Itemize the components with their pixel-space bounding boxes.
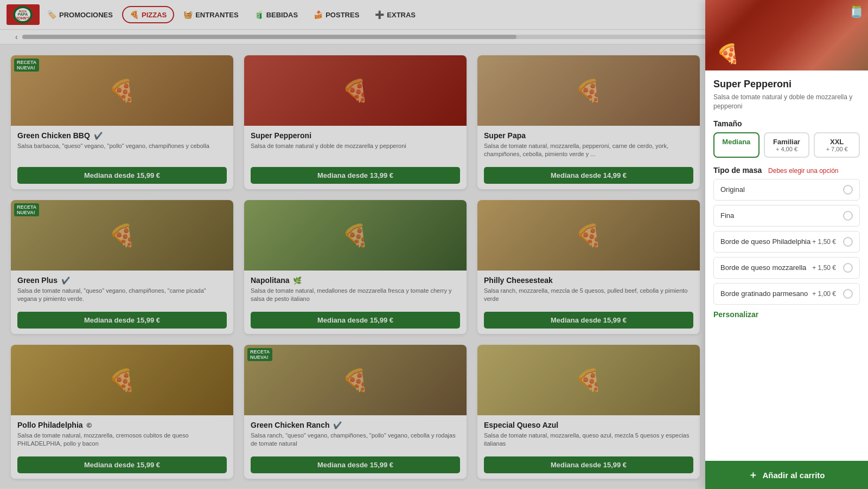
pizza-card-body-green-chicken-ranch: Green Chicken Ranch ✔️ Salsa ranch, "que… bbox=[244, 415, 467, 479]
pizza-card-body-green-plus: Green Plus ✔️ Salsa de tomate natural, "… bbox=[11, 271, 233, 334]
pizza-card-green-chicken-bbq[interactable]: RECETANUEVA! 🍕 Green Chicken BBQ ✔️ Sals… bbox=[11, 55, 233, 189]
masa-required-label: Debes elegir una opción bbox=[768, 167, 838, 175]
masa-label-borde-parmesano: Borde gratinado parmesano bbox=[720, 289, 808, 298]
pizza-price-btn-pollo-philadelphia[interactable]: Mediana desde 15,99 € bbox=[17, 456, 227, 473]
pizza-name-especial-queso-azul: Especial Queso Azul bbox=[484, 421, 693, 429]
size-btn-mediana[interactable]: Mediana bbox=[713, 132, 760, 158]
size-btn-xxl[interactable]: XXL + 7,00 € bbox=[814, 132, 860, 158]
nav-item-bebidas[interactable]: 🧃BEBIDAS bbox=[248, 7, 305, 22]
size-section-title: Tamaño bbox=[713, 119, 860, 128]
pizza-card-philly-cheesesteak[interactable]: 🍕 Philly Cheesesteak Salsa ranch, mozzar… bbox=[477, 200, 700, 334]
nav-item-extras[interactable]: ➕EXTRAS bbox=[368, 7, 422, 22]
pizza-icon-napolitana: 🌿 bbox=[293, 276, 302, 285]
nav-label-promociones: PROMOCIONES bbox=[59, 11, 113, 19]
masa-option-borde-philadelphia[interactable]: Borde de queso Philadelphia + 1,50 € bbox=[713, 231, 860, 253]
pizza-card-napolitana[interactable]: 🍕 Napolitana 🌿 Salsa de tomate natural, … bbox=[244, 200, 467, 334]
nav-item-pizzas[interactable]: 🍕PIZZAS bbox=[122, 6, 174, 23]
receta-badge-green-chicken-ranch: RECETANUEVA! bbox=[247, 348, 272, 361]
pizza-icon-green-chicken-bbq: ✔️ bbox=[94, 132, 103, 140]
size-btn-familiar[interactable]: Familiar + 4,00 € bbox=[764, 132, 810, 158]
pizza-price-btn-green-chicken-ranch[interactable]: Mediana desde 15,99 € bbox=[251, 456, 460, 473]
masa-price-borde-parmesano: + 1,00 € bbox=[812, 290, 836, 298]
pizza-desc-philly-cheesesteak: Salsa ranch, mozzarella, mezcla de 5 que… bbox=[484, 287, 693, 306]
pizza-price-btn-philly-cheesesteak[interactable]: Mediana desde 15,99 € bbox=[484, 312, 693, 329]
nav-label-pizzas: PIZZAS bbox=[142, 11, 167, 19]
pizza-icon-green-plus: ✔️ bbox=[61, 276, 70, 285]
pizza-desc-green-chicken-bbq: Salsa barbacoa, "queso" vegano, "pollo" … bbox=[17, 142, 227, 162]
nav-icon-postres: 🍰 bbox=[314, 10, 323, 19]
pizza-desc-napolitana: Salsa de tomate natural, medallones de m… bbox=[251, 287, 460, 306]
pizza-price-btn-super-papa[interactable]: Mediana desde 14,99 € bbox=[484, 167, 693, 184]
pizza-desc-green-chicken-ranch: Salsa ranch, "queso" vegano, champiñones… bbox=[251, 432, 460, 451]
masa-option-borde-parmesano[interactable]: Borde gratinado parmesano + 1,00 € bbox=[713, 283, 860, 305]
pizza-card-especial-queso-azul[interactable]: 🍕 Especial Queso Azul Salsa de tomate na… bbox=[477, 345, 700, 479]
pizza-image-green-chicken-bbq: RECETANUEVA! 🍕 bbox=[11, 55, 233, 126]
pizza-price-btn-green-plus[interactable]: Mediana desde 15,99 € bbox=[17, 312, 227, 329]
pizza-price-btn-napolitana[interactable]: Mediana desde 15,99 € bbox=[251, 312, 460, 329]
pizza-name-green-chicken-bbq: Green Chicken BBQ ✔️ bbox=[17, 131, 227, 140]
pizza-card-body-pollo-philadelphia: Pollo Philadelphia © Salsa de tomate nat… bbox=[11, 415, 233, 479]
pizza-card-body-especial-queso-azul: Especial Queso Azul Salsa de tomate natu… bbox=[477, 415, 700, 479]
pizza-name-philly-cheesesteak: Philly Cheesesteak bbox=[484, 276, 693, 285]
masa-price-borde-mozzarella: + 1,50 € bbox=[812, 264, 836, 272]
pizza-price-btn-green-chicken-bbq[interactable]: Mediana desde 15,99 € bbox=[17, 167, 227, 184]
pizza-image-especial-queso-azul: 🍕 bbox=[477, 345, 700, 415]
product-desc: Salsa de tomate natural y doble de mozza… bbox=[713, 93, 860, 111]
pizza-card-pollo-philadelphia[interactable]: 🍕 Pollo Philadelphia © Salsa de tomate n… bbox=[11, 345, 233, 479]
masa-options: Original Fina Borde de queso Philadelphi… bbox=[713, 179, 860, 305]
pizza-card-green-chicken-ranch[interactable]: RECETANUEVA! 🍕 Green Chicken Ranch ✔️ Sa… bbox=[244, 345, 467, 479]
size-name-xxl: XXL bbox=[817, 138, 857, 146]
product-panel: 🫙 🍕 Super Pepperoni Salsa de tomate natu… bbox=[705, 0, 868, 488]
pizza-desc-pollo-philadelphia: Salsa de tomate natural, mozzarella, cre… bbox=[17, 432, 227, 451]
pizza-image-green-chicken-ranch: RECETANUEVA! 🍕 bbox=[244, 345, 467, 415]
main-nav: 🏷️PROMOCIONES🍕PIZZAS🧺ENTRANTES🧃BEBIDAS🍰P… bbox=[41, 6, 714, 23]
pizza-emoji-green-chicken-bbq: 🍕 bbox=[108, 78, 136, 104]
pizza-name-green-plus: Green Plus ✔️ bbox=[17, 276, 227, 285]
masa-radio-borde-parmesano[interactable] bbox=[843, 289, 853, 299]
pizza-image-napolitana: 🍕 bbox=[244, 200, 467, 271]
pizza-price-btn-especial-queso-azul[interactable]: Mediana desde 15,99 € bbox=[484, 456, 693, 473]
nav-item-promociones[interactable]: 🏷️PROMOCIONES bbox=[41, 7, 119, 22]
scroll-left-arrow[interactable]: ‹ bbox=[11, 33, 22, 41]
pizza-image-pollo-philadelphia: 🍕 bbox=[11, 345, 233, 415]
pizza-section: RECETANUEVA! 🍕 Green Chicken BBQ ✔️ Sals… bbox=[0, 44, 711, 488]
add-to-cart-button[interactable]: ＋ Añadir al carrito bbox=[705, 461, 868, 488]
masa-radio-borde-philadelphia[interactable] bbox=[843, 237, 853, 247]
masa-radio-fina[interactable] bbox=[843, 211, 853, 221]
pizza-card-super-papa[interactable]: 🍕 Super Papa Salsa de tomate natural, mo… bbox=[477, 55, 700, 189]
pizza-card-body-philly-cheesesteak: Philly Cheesesteak Salsa ranch, mozzarel… bbox=[477, 271, 700, 334]
personalizar-link[interactable]: Personalizar bbox=[713, 310, 860, 319]
pizza-icon-green-chicken-ranch: ✔️ bbox=[333, 421, 342, 429]
masa-radio-original[interactable] bbox=[843, 185, 853, 195]
masa-option-borde-mozzarella[interactable]: Borde de queso mozzarella + 1,50 € bbox=[713, 257, 860, 279]
masa-radio-borde-mozzarella[interactable] bbox=[843, 263, 853, 273]
size-name-familiar: Familiar bbox=[767, 138, 807, 146]
masa-option-original[interactable]: Original bbox=[713, 179, 860, 201]
pizza-image-super-papa: 🍕 bbox=[477, 55, 700, 126]
nav-label-bebidas: BEBIDAS bbox=[266, 11, 298, 19]
pizza-image-green-plus: RECETANUEVA! 🍕 bbox=[11, 200, 233, 271]
pizza-card-green-plus[interactable]: RECETANUEVA! 🍕 Green Plus ✔️ Salsa de to… bbox=[11, 200, 233, 334]
nav-item-entrantes[interactable]: 🧺ENTRANTES bbox=[177, 7, 245, 22]
masa-label-borde-philadelphia: Borde de queso Philadelphia bbox=[720, 237, 810, 246]
pizza-image-super-pepperoni: 🍕 bbox=[244, 55, 467, 126]
pizza-price-btn-super-pepperoni[interactable]: Mediana desde 13,99 € bbox=[251, 167, 460, 184]
scroll-thumb bbox=[22, 35, 516, 39]
pizza-card-body-super-papa: Super Papa Salsa de tomate natural, mozz… bbox=[477, 126, 700, 189]
nav-label-entrantes: ENTRANTES bbox=[195, 11, 238, 19]
nav-label-postres: POSTRES bbox=[326, 11, 359, 19]
pizza-emoji-napolitana: 🍕 bbox=[342, 223, 369, 248]
masa-option-fina[interactable]: Fina bbox=[713, 205, 860, 227]
nav-item-postres[interactable]: 🍰POSTRES bbox=[307, 7, 366, 22]
pizza-name-super-pepperoni: Super Pepperoni bbox=[251, 131, 460, 140]
masa-section-title: Tipo de masa Debes elegir una opción bbox=[713, 166, 860, 175]
product-hero: 🫙 🍕 bbox=[705, 0, 868, 70]
pizza-emoji-pollo-philadelphia: 🍕 bbox=[108, 368, 136, 393]
pizza-grid: RECETANUEVA! 🍕 Green Chicken BBQ ✔️ Sals… bbox=[11, 55, 700, 479]
pizza-name-pollo-philadelphia: Pollo Philadelphia © bbox=[17, 421, 227, 429]
logo[interactable]: PIZZA PAPA JOHN'S bbox=[5, 3, 41, 26]
svg-text:JOHN'S: JOHN'S bbox=[16, 16, 30, 20]
pizza-card-super-pepperoni[interactable]: 🍕 Super Pepperoni Salsa de tomate natura… bbox=[244, 55, 467, 189]
masa-label-borde-mozzarella: Borde de queso mozzarella bbox=[720, 263, 806, 272]
nav-label-extras: EXTRAS bbox=[387, 11, 416, 19]
